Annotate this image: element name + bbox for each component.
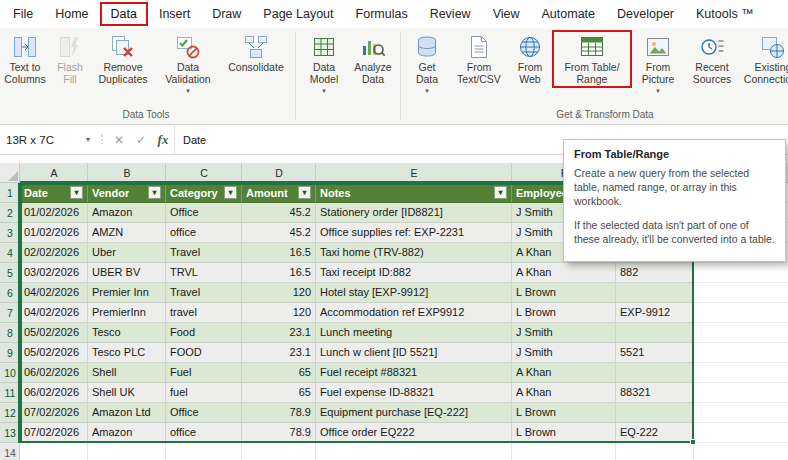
empty-cells[interactable]: [694, 343, 788, 363]
filter-button[interactable]: ▾: [224, 186, 237, 199]
cell-B3[interactable]: AMZN: [88, 223, 166, 243]
row-header-14[interactable]: 14: [0, 443, 20, 460]
cell-E8[interactable]: Lunch meeting: [316, 323, 512, 343]
cell-A3[interactable]: 01/02/2026: [20, 223, 88, 243]
cell-G7[interactable]: EXP-9912: [616, 303, 694, 323]
header-cell-category[interactable]: Category▾: [166, 183, 242, 203]
cell-D10[interactable]: 65: [242, 363, 316, 383]
row-header-5[interactable]: 5: [0, 263, 20, 283]
row-header-9[interactable]: 9: [0, 343, 20, 363]
cell-D12[interactable]: 78.9: [242, 403, 316, 423]
tab-data[interactable]: Data: [100, 2, 148, 26]
tab-draw[interactable]: Draw: [201, 2, 252, 26]
analyze-data-button[interactable]: Analyze Data: [349, 30, 397, 86]
cell-D4[interactable]: 16.5: [242, 243, 316, 263]
header-cell-amount[interactable]: Amount▾: [242, 183, 316, 203]
cancel-entry-button[interactable]: ✕: [108, 125, 130, 154]
cell-G9[interactable]: 5521: [616, 343, 694, 363]
cell-B11[interactable]: Shell UK: [88, 383, 166, 403]
row-header-10[interactable]: 10: [0, 363, 20, 383]
confirm-entry-button[interactable]: ✓: [130, 125, 152, 154]
tab-developer[interactable]: Developer: [606, 2, 685, 26]
cell-F5[interactable]: A Khan: [512, 263, 616, 283]
empty-cells[interactable]: [694, 403, 788, 423]
cell-B13[interactable]: Amazon: [88, 423, 166, 443]
cell-A4[interactable]: 02/02/2026: [20, 243, 88, 263]
row-header-7[interactable]: 7: [0, 303, 20, 323]
header-cell-date[interactable]: Date▾: [20, 183, 88, 203]
tab-file[interactable]: File: [2, 2, 44, 26]
remove-duplicates-button[interactable]: Remove Duplicates: [90, 30, 156, 86]
empty-cells[interactable]: [694, 263, 788, 283]
cell-E5[interactable]: Taxi receipt ID:882: [316, 263, 512, 283]
cell-B12[interactable]: Amazon Ltd: [88, 403, 166, 423]
cell-F13[interactable]: L Brown: [512, 423, 616, 443]
insert-function-button[interactable]: fx: [152, 125, 174, 154]
formula-bar-handle[interactable]: ⋮: [96, 125, 108, 154]
cell-G5[interactable]: 882: [616, 263, 694, 283]
cell-A9[interactable]: 05/02/2026: [20, 343, 88, 363]
cell-E6[interactable]: Hotel stay [EXP-9912]: [316, 283, 512, 303]
empty-cells[interactable]: [694, 283, 788, 303]
recent-sources-button[interactable]: Recent Sources: [684, 30, 740, 86]
cell-A11[interactable]: 06/02/2026: [20, 383, 88, 403]
tab-review[interactable]: Review: [419, 2, 482, 26]
row-header-13[interactable]: 13: [0, 423, 20, 443]
cell-D9[interactable]: 23.1: [242, 343, 316, 363]
cell-F6[interactable]: L Brown: [512, 283, 616, 303]
cell-D5[interactable]: 16.5: [242, 263, 316, 283]
cell-C2[interactable]: Office: [166, 203, 242, 223]
cell-E2[interactable]: Stationery order [ID8821]: [316, 203, 512, 223]
cell-E10[interactable]: Fuel receipt #88321: [316, 363, 512, 383]
row-header-12[interactable]: 12: [0, 403, 20, 423]
tab-automate[interactable]: Automate: [531, 2, 607, 26]
name-box[interactable]: 13R x 7C ▾: [0, 125, 96, 154]
cell-D2[interactable]: 45.2: [242, 203, 316, 223]
cell-D8[interactable]: 23.1: [242, 323, 316, 343]
empty-cells[interactable]: [694, 363, 788, 383]
empty-cells[interactable]: [694, 383, 788, 403]
cell-C3[interactable]: office: [166, 223, 242, 243]
cell-G13[interactable]: EQ-222: [616, 423, 694, 443]
cell-E11[interactable]: Fuel expense ID-88321: [316, 383, 512, 403]
cell-C7[interactable]: travel: [166, 303, 242, 323]
column-header-a[interactable]: A: [20, 163, 88, 183]
cell-C5[interactable]: TRVL: [166, 263, 242, 283]
empty-cells[interactable]: [694, 323, 788, 343]
consolidate-button[interactable]: Consolidate: [220, 30, 292, 74]
from-web-button[interactable]: From Web: [508, 30, 552, 86]
cell-A5[interactable]: 03/02/2026: [20, 263, 88, 283]
empty-cells[interactable]: [694, 303, 788, 323]
tab-formulas[interactable]: Formulas: [345, 2, 419, 26]
tab-insert[interactable]: Insert: [148, 2, 201, 26]
data-model-button[interactable]: Data Model ▾: [299, 30, 349, 94]
cell-G14[interactable]: [616, 443, 694, 460]
cell-C13[interactable]: office: [166, 423, 242, 443]
header-cell-vendor[interactable]: Vendor▾: [88, 183, 166, 203]
cell-A2[interactable]: 01/02/2026: [20, 203, 88, 223]
data-validation-button[interactable]: Data Validation ▾: [156, 30, 220, 94]
cell-E12[interactable]: Equipment purchase [EQ-222]: [316, 403, 512, 423]
cell-F9[interactable]: J Smith: [512, 343, 616, 363]
cell-A6[interactable]: 04/02/2026: [20, 283, 88, 303]
cell-C10[interactable]: Fuel: [166, 363, 242, 383]
cell-A8[interactable]: 05/02/2026: [20, 323, 88, 343]
tab-home[interactable]: Home: [44, 2, 99, 26]
column-header-e[interactable]: E: [316, 163, 512, 183]
cell-G6[interactable]: [616, 283, 694, 303]
row-header-2[interactable]: 2: [0, 203, 20, 223]
cell-D13[interactable]: 78.9: [242, 423, 316, 443]
cell-E13[interactable]: Office order EQ222: [316, 423, 512, 443]
cell-A13[interactable]: 07/02/2026: [20, 423, 88, 443]
cell-D7[interactable]: 120: [242, 303, 316, 323]
filter-button[interactable]: ▾: [70, 186, 83, 199]
cell-B2[interactable]: Amazon: [88, 203, 166, 223]
empty-cells[interactable]: [694, 423, 788, 443]
cell-E4[interactable]: Taxi home (TRV-882): [316, 243, 512, 263]
header-cell-notes[interactable]: Notes▾: [316, 183, 512, 203]
text-to-columns-button[interactable]: Text to Columns: [0, 30, 50, 86]
cell-C9[interactable]: FOOD: [166, 343, 242, 363]
cell-B9[interactable]: Tesco PLC: [88, 343, 166, 363]
from-text-csv-button[interactable]: From Text/CSV: [450, 30, 508, 86]
from-picture-button[interactable]: From Picture ▾: [632, 30, 684, 94]
